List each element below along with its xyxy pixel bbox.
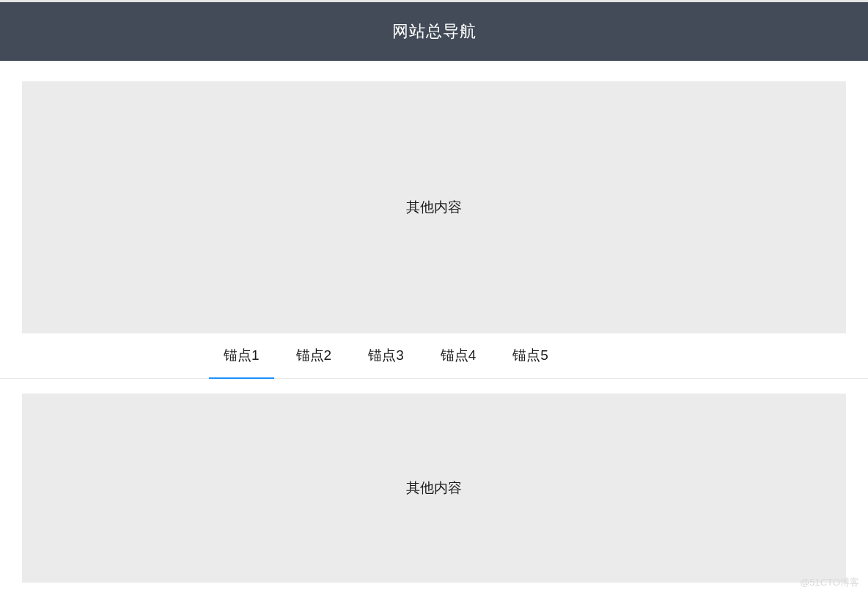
anchor-item-1[interactable]: 锚点1 — [209, 333, 274, 379]
anchor-nav: 锚点1 锚点2 锚点3 锚点4 锚点5 — [0, 333, 868, 379]
site-header: 网站总导航 — [0, 2, 868, 61]
content-block-2: 其他内容 — [22, 394, 846, 583]
site-header-title: 网站总导航 — [392, 21, 477, 43]
main-container: 其他内容 — [0, 61, 868, 333]
anchor-item-5[interactable]: 锚点5 — [498, 333, 563, 379]
section-gap — [0, 379, 868, 394]
content-block-1-label: 其他内容 — [406, 198, 462, 217]
anchor-item-4[interactable]: 锚点4 — [426, 333, 491, 379]
main-container-2: 其他内容 — [0, 394, 868, 583]
watermark: @51CTO博客 — [800, 576, 859, 589]
content-block-2-label: 其他内容 — [406, 479, 462, 498]
anchor-item-3[interactable]: 锚点3 — [353, 333, 419, 379]
anchor-item-2[interactable]: 锚点2 — [282, 333, 347, 379]
content-block-1: 其他内容 — [22, 81, 846, 333]
